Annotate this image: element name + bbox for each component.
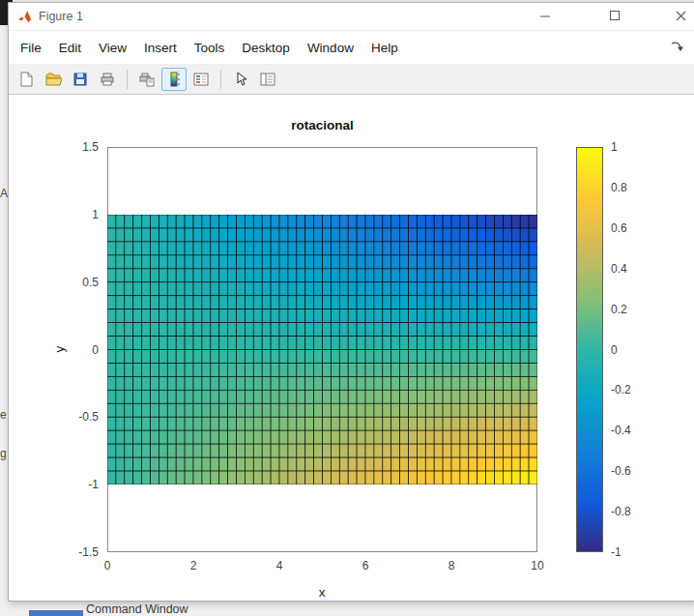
colorbar-tick-rail: 10.80.60.40.20-0.2-0.4-0.6-0.8-1 — [611, 147, 651, 552]
minimize-button[interactable] — [531, 3, 560, 29]
print-preview-button[interactable] — [134, 68, 159, 91]
y-tick-label: -0.5 — [78, 410, 99, 424]
menu-item-edit[interactable]: Edit — [59, 41, 81, 55]
menu-item-file[interactable]: File — [20, 41, 42, 55]
colorbar-tick-label: 0.6 — [611, 221, 627, 235]
y-axis-label: y — [52, 346, 67, 353]
x-tick-label: 0 — [104, 559, 111, 572]
x-tick-label: 4 — [276, 559, 283, 572]
y-tick-label: 0 — [92, 343, 99, 357]
menu-item-desktop[interactable]: Desktop — [242, 41, 290, 55]
command-window-label: Command Window — [86, 602, 188, 616]
edit-plot-button[interactable] — [228, 68, 253, 91]
menu-item-window[interactable]: Window — [307, 41, 354, 55]
colorbar-tick-label: -0.4 — [611, 424, 631, 437]
titlebar[interactable]: Figure 1 — [9, 3, 694, 31]
figure-window: Figure 1 File Edit View Insert Tools Des… — [8, 2, 694, 601]
colorbar-tick-label: 0.8 — [611, 181, 627, 194]
colorbar-tick-label: -1 — [611, 545, 622, 559]
pcolor-mesh — [107, 215, 537, 484]
menu-item-view[interactable]: View — [99, 41, 127, 55]
property-editor-button[interactable] — [255, 68, 280, 91]
colorbar-tick-label: 0.4 — [611, 262, 627, 276]
window-title: Figure 1 — [39, 10, 83, 23]
colorbar-tick-label: -0.8 — [611, 505, 631, 518]
command-window-bar: Command Window — [0, 601, 694, 616]
matlab-desktop: AE e g Command Window Figure 1 File — [0, 0, 694, 616]
background-text-fragment: g — [0, 447, 7, 460]
maximize-button[interactable] — [600, 3, 629, 29]
menubar: File Edit View Insert Tools Desktop Wind… — [9, 31, 694, 64]
x-tick-label: 8 — [448, 559, 455, 572]
colorbar-gradient — [576, 147, 603, 552]
colorbar-tick-label: 0.2 — [611, 303, 627, 316]
dock-figure-icon[interactable] — [670, 40, 685, 57]
y-tick-label: 1 — [92, 208, 99, 221]
colorbar-tick-label: -0.2 — [611, 383, 631, 396]
x-tick-label: 6 — [362, 559, 369, 572]
figure-canvas-area: rotacional 1.510.50-0.5-1-1.5 0246810 y … — [9, 95, 694, 601]
insert-colorbar-button[interactable] — [161, 68, 187, 91]
save-figure-button[interactable] — [68, 68, 93, 91]
open-file-button[interactable] — [41, 68, 66, 91]
x-tick-label: 2 — [190, 559, 197, 572]
y-tick-label: 1.5 — [82, 140, 99, 154]
y-tick-label: -1 — [88, 478, 99, 491]
x-tick-rail: 0246810 — [107, 559, 537, 574]
print-figure-button[interactable] — [95, 68, 120, 91]
toolbar-separator — [127, 70, 128, 89]
x-tick-label: 10 — [531, 559, 543, 572]
menu-item-help[interactable]: Help — [371, 41, 398, 55]
x-axis-label: x — [319, 585, 326, 600]
menu-item-tools[interactable]: Tools — [194, 41, 225, 55]
background-text-fragment: e — [0, 408, 7, 422]
taskbar-fragment — [29, 610, 83, 616]
colorbar-tick-label: 1 — [611, 140, 618, 154]
y-tick-label: -1.5 — [78, 545, 99, 559]
colorbar-tick-label: -0.6 — [611, 464, 631, 478]
insert-legend-button[interactable] — [188, 68, 214, 91]
plot-title: rotacional — [107, 118, 537, 132]
toolbar-separator — [220, 70, 221, 89]
colorbar-tick-label: 0 — [611, 343, 618, 357]
figure-toolbar — [9, 64, 694, 95]
y-tick-label: 0.5 — [82, 276, 99, 289]
matlab-figure-icon — [17, 10, 32, 23]
close-button[interactable] — [666, 3, 694, 29]
menu-item-insert[interactable]: Insert — [144, 41, 177, 55]
new-figure-button[interactable] — [14, 68, 39, 91]
